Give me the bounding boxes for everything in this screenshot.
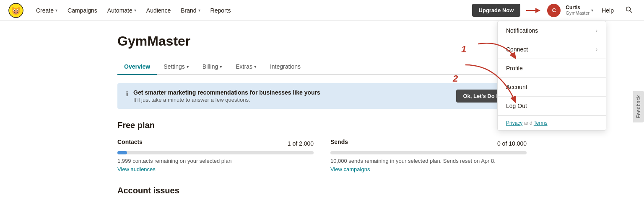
plan-grid: Contacts 1 of 2,000 1,999 contacts remai…: [117, 139, 527, 172]
contacts-progress-bg: [117, 151, 314, 154]
tab-integrations[interactable]: Integrations: [263, 59, 307, 75]
user-chevron-icon: ▾: [591, 8, 593, 13]
dropdown-notifications[interactable]: Notifications ›: [498, 21, 606, 40]
user-avatar[interactable]: C: [547, 4, 561, 17]
upgrade-arrow: [525, 6, 542, 15]
privacy-link[interactable]: Privacy: [506, 120, 522, 126]
help-link[interactable]: Help: [598, 5, 617, 16]
view-campaigns-link[interactable]: View campaigns: [330, 166, 370, 172]
brand-chevron-icon: ▾: [198, 8, 200, 13]
contacts-section: Contacts 1 of 2,000 1,999 contacts remai…: [117, 139, 314, 172]
tab-settings[interactable]: Settings ▾: [157, 59, 196, 75]
tab-extras[interactable]: Extras ▾: [229, 59, 263, 75]
account-issues-section: Account issues: [117, 186, 527, 195]
contacts-header: Contacts 1 of 2,000: [117, 139, 314, 149]
search-icon[interactable]: [622, 4, 636, 17]
svg-point-5: [14, 10, 15, 10]
svg-line-11: [630, 11, 632, 13]
dropdown-profile[interactable]: Profile: [498, 59, 606, 78]
svg-point-7: [12, 7, 14, 10]
dropdown-footer: Privacy and Terms: [498, 115, 606, 130]
feedback-tab[interactable]: Feedback: [633, 91, 644, 122]
nav-create[interactable]: Create ▾: [32, 5, 62, 16]
top-nav: Create ▾ Campaigns Automate ▾ Audience B…: [0, 0, 644, 21]
nav-items: Create ▾ Campaigns Automate ▾ Audience B…: [32, 5, 472, 16]
terms-link[interactable]: Terms: [534, 120, 548, 126]
contacts-progress-fill: [117, 151, 127, 154]
tab-overview[interactable]: Overview: [117, 59, 157, 75]
info-banner: ℹ Get smarter marketing recommendations …: [117, 83, 527, 109]
info-icon: ℹ: [126, 90, 128, 98]
sends-header: Sends 0 of 10,000: [330, 139, 527, 149]
connect-chevron-icon: ›: [596, 46, 597, 52]
plan-section: Free plan Contacts 1 of 2,000 1,999 cont…: [117, 121, 527, 172]
nav-reports[interactable]: Reports: [206, 5, 235, 16]
upgrade-now-button[interactable]: Upgrade Now: [472, 4, 521, 17]
tab-billing[interactable]: Billing ▾: [196, 59, 229, 75]
billing-chevron-icon: ▾: [220, 64, 222, 69]
view-audiences-link[interactable]: View audiences: [117, 166, 156, 172]
plan-title: Free plan: [117, 121, 527, 130]
account-issues-title: Account issues: [117, 186, 527, 195]
automate-chevron-icon: ▾: [134, 8, 136, 13]
extras-chevron-icon: ▾: [254, 64, 257, 69]
banner-content: ℹ Get smarter marketing recommendations …: [126, 89, 320, 103]
sends-section: Sends 0 of 10,000 10,000 sends remaining…: [330, 139, 527, 172]
page-title: GymMaster: [117, 33, 527, 49]
nav-right: Upgrade Now C Curtis GymMaster ▾ Help: [472, 4, 636, 17]
dropdown-connect[interactable]: Connect ›: [498, 40, 606, 59]
nav-campaigns[interactable]: Campaigns: [63, 5, 101, 16]
nav-audience[interactable]: Audience: [142, 5, 175, 16]
sends-progress-bg: [330, 151, 527, 154]
user-name-button[interactable]: Curtis GymMaster ▾: [566, 5, 593, 16]
settings-chevron-icon: ▾: [187, 64, 189, 69]
svg-point-8: [18, 7, 20, 10]
create-chevron-icon: ▾: [55, 8, 57, 13]
banner-text: Get smarter marketing recommendations fo…: [133, 89, 320, 103]
nav-brand[interactable]: Brand ▾: [177, 5, 204, 16]
nav-automate[interactable]: Automate ▾: [103, 5, 140, 16]
dropdown-logout[interactable]: Log Out: [498, 97, 606, 115]
mailchimp-logo[interactable]: [8, 3, 23, 18]
sub-tabs: Overview Settings ▾ Billing ▾ Extras ▾ I…: [117, 59, 527, 75]
feedback-tab-wrapper: Feedback: [633, 91, 644, 122]
dropdown-account[interactable]: Account: [498, 78, 606, 97]
notifications-chevron-icon: ›: [596, 28, 597, 33]
user-dropdown-menu: Notifications › Connect › Profile Accoun…: [497, 21, 606, 131]
